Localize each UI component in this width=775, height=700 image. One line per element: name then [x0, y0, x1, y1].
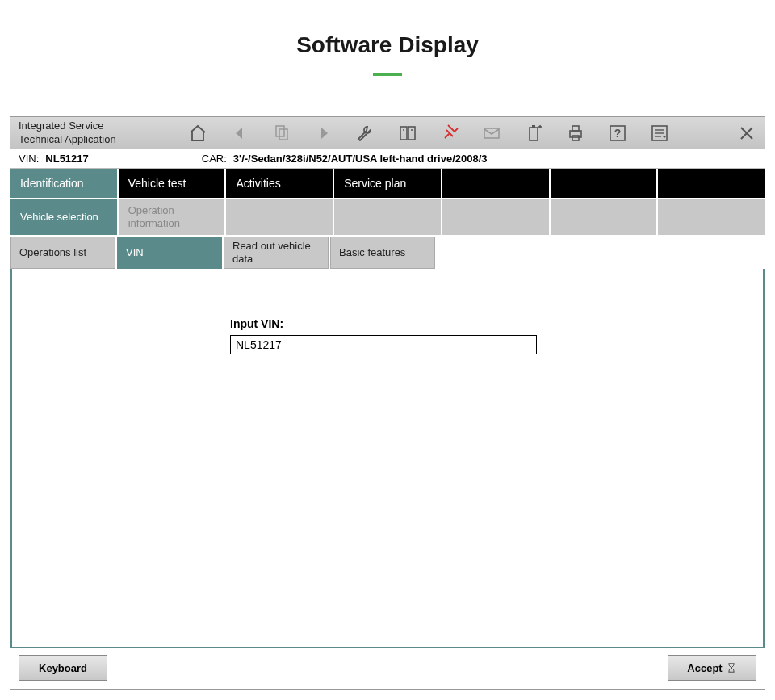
vin-input[interactable] [230, 335, 537, 354]
vin-input-label: Input VIN: [230, 317, 731, 330]
svg-rect-6 [484, 128, 499, 138]
list-button[interactable] [648, 122, 671, 145]
home-icon [188, 124, 207, 143]
app-window: Integrated Service Technical Application [10, 116, 765, 690]
vin-value: NL51217 [45, 153, 88, 165]
subtab-empty-4 [551, 199, 657, 235]
action-vin[interactable]: VIN [117, 237, 222, 269]
car-label: CAR: [202, 153, 227, 165]
accent-bar [373, 73, 402, 76]
subtab-empty-2 [334, 199, 441, 235]
mail-button[interactable] [480, 122, 503, 145]
vin-label: VIN: [19, 153, 39, 165]
car-value: 3'/-/Sedan/328i/N52/AUT/USA left-hand dr… [233, 153, 488, 165]
wrench-button[interactable] [354, 122, 377, 145]
vin-input-group: Input VIN: [230, 317, 731, 354]
svg-rect-13 [572, 136, 579, 140]
tab-activities[interactable]: Activities [226, 169, 333, 198]
list-icon [650, 124, 669, 143]
action-tabs: Operations list VIN Read out vehicle dat… [10, 237, 765, 269]
close-button[interactable] [735, 122, 758, 145]
measurement-button[interactable] [396, 122, 419, 145]
svg-rect-8 [532, 125, 535, 128]
svg-rect-7 [530, 128, 538, 140]
app-title: Integrated Service Technical Application [10, 116, 180, 149]
action-basic-features[interactable]: Basic features [330, 237, 435, 269]
battery-button[interactable] [522, 122, 545, 145]
svg-point-4 [403, 129, 404, 131]
triangle-right-icon [314, 124, 333, 143]
print-icon [566, 124, 585, 143]
wrench-icon [356, 124, 375, 143]
forward-button[interactable] [312, 122, 335, 145]
print-button[interactable] [564, 122, 587, 145]
tab-empty-3 [658, 169, 765, 198]
tab-identification[interactable]: Identification [10, 169, 117, 198]
copy-icon [272, 124, 291, 143]
accept-button[interactable]: Accept [668, 655, 756, 681]
back-button[interactable] [228, 122, 251, 145]
content-area: Input VIN: [10, 269, 765, 648]
home-button[interactable] [186, 122, 209, 145]
copy-button[interactable] [270, 122, 293, 145]
toolbar: ? [180, 122, 765, 145]
subtab-vehicle-selection[interactable]: Vehicle selection [10, 199, 117, 235]
sub-tabs: Vehicle selection Operation information [10, 199, 765, 235]
keyboard-button[interactable]: Keyboard [19, 655, 107, 681]
svg-rect-3 [408, 127, 415, 140]
help-button[interactable]: ? [606, 122, 629, 145]
help-icon: ? [608, 124, 627, 143]
svg-rect-11 [570, 131, 581, 137]
svg-point-5 [411, 129, 413, 131]
info-bar: VIN: NL51217 CAR: 3'/-/Sedan/328i/N52/AU… [10, 149, 765, 169]
tab-vehicle-test[interactable]: Vehicle test [119, 169, 225, 198]
svg-rect-1 [279, 129, 287, 140]
connector-button[interactable] [438, 122, 461, 145]
battery-icon [524, 124, 543, 143]
plug-icon [440, 124, 459, 143]
close-icon [737, 124, 756, 143]
svg-rect-2 [400, 127, 407, 140]
svg-rect-12 [572, 126, 579, 131]
action-read-vehicle-data[interactable]: Read out vehicle data [224, 237, 329, 269]
svg-text:?: ? [614, 127, 622, 140]
main-tabs: Identification Vehicle test Activities S… [10, 169, 765, 198]
subtab-empty-1 [226, 199, 333, 235]
tab-empty-2 [551, 169, 657, 198]
gauge-icon [398, 124, 417, 143]
tab-service-plan[interactable]: Service plan [334, 169, 441, 198]
title-bar: Integrated Service Technical Application [10, 117, 765, 149]
mail-icon [482, 124, 501, 143]
hourglass-icon [726, 662, 737, 673]
svg-rect-0 [276, 126, 284, 136]
page-title: Software Display [0, 32, 775, 58]
action-operations-list[interactable]: Operations list [10, 237, 115, 269]
subtab-empty-3 [442, 199, 549, 235]
triangle-left-icon [230, 124, 249, 143]
page-header: Software Display [0, 0, 775, 116]
bottom-bar: Keyboard Accept [10, 648, 765, 689]
tab-empty-1 [442, 169, 549, 198]
subtab-empty-5 [658, 199, 765, 235]
subtab-operation-info[interactable]: Operation information [119, 199, 225, 235]
